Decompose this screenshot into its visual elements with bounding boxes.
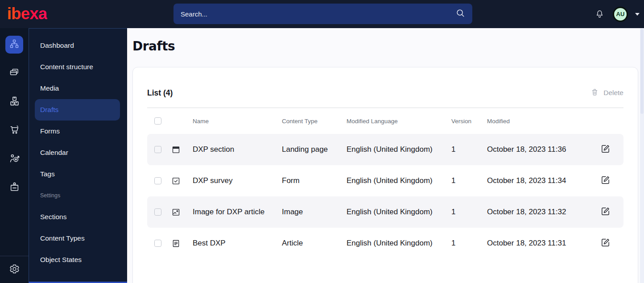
page-title: Drafts [132,39,175,54]
table-row[interactable]: DXP survey Form English (United Kingdom)… [147,165,623,196]
top-bar: ibexa AU [0,0,644,28]
column-header-version: Version [451,118,487,125]
user-menu-chevron-down-icon[interactable] [635,13,640,16]
row-modified: October 18, 2023 11:36 [487,145,600,154]
edit-icon [600,206,611,218]
sidebar-item-content-types[interactable]: Content Types [35,228,120,249]
table-header-row: Name Content Type Modified Language Vers… [147,108,623,134]
boxes-icon [9,96,20,108]
row-checkbox[interactable] [154,146,161,153]
edit-button[interactable] [600,237,623,249]
image-icon [171,208,193,217]
rail-footer [0,256,29,283]
row-name[interactable]: DXP section [193,145,282,154]
column-header-modified: Modified [487,118,600,125]
row-modified: October 18, 2023 11:31 [487,239,600,248]
sidebar-menu: Dashboard Content structure Media Drafts… [29,28,127,283]
row-name[interactable]: Best DXP [193,239,282,248]
landing-page-icon [171,145,193,154]
edit-icon [600,237,611,249]
form-icon [171,176,193,186]
row-language: English (United Kingdom) [347,208,451,216]
row-checkbox[interactable] [154,177,161,184]
edit-button[interactable] [600,144,623,155]
vertical-scrollbar[interactable] [640,28,644,283]
main-content: Drafts List (4) Delete Name Content Type… [127,28,644,283]
sidebar-item-sections[interactable]: Sections [35,206,120,228]
site-hierarchy-icon [9,38,20,51]
delete-button-label: Delete [603,89,623,97]
module-icon-rail [0,28,29,283]
edit-button[interactable] [600,206,623,218]
rail-item-commerce[interactable] [5,121,23,139]
row-checkbox[interactable] [154,240,161,247]
table-row[interactable]: DXP section Landing page English (United… [147,134,623,165]
list-title: List (4) [147,88,173,98]
row-version: 1 [451,145,487,154]
rail-item-content-structure[interactable] [5,36,23,54]
rail-item-personalization[interactable] [5,150,23,168]
sidebar-settings-header: Settings [29,185,127,206]
delete-button[interactable]: Delete [590,88,623,98]
sidebar-item-calendar[interactable]: Calendar [35,142,120,163]
sidebar-item-dashboard[interactable]: Dashboard [35,35,120,56]
sidebar-item-drafts[interactable]: Drafts [35,99,120,121]
row-language: English (United Kingdom) [347,239,451,248]
badge-person-icon [9,181,20,194]
row-version: 1 [451,176,487,185]
edit-icon [600,144,611,155]
row-modified: October 18, 2023 11:34 [487,176,600,185]
row-version: 1 [451,239,487,248]
select-all-checkbox[interactable] [154,117,161,125]
edit-icon [600,175,611,187]
row-content-type: Image [282,208,347,216]
row-language: English (United Kingdom) [347,145,451,154]
column-header-content-type: Content Type [282,118,347,125]
global-search[interactable] [173,4,472,24]
rail-item-corporate-account[interactable] [5,179,23,196]
sidebar-item-forms[interactable]: Forms [35,121,120,142]
settings-gear-icon[interactable] [9,263,20,276]
edit-button[interactable] [600,175,623,187]
rail-item-pages[interactable] [5,64,23,82]
drafts-list-card: List (4) Delete Name Content Type Modifi… [132,67,638,283]
trash-icon [590,88,599,98]
target-person-icon [9,153,20,166]
row-content-type: Landing page [282,145,347,154]
row-name[interactable]: DXP survey [193,176,282,185]
sidebar-item-tags[interactable]: Tags [35,163,120,185]
row-modified: October 18, 2023 11:32 [487,208,600,216]
row-version: 1 [451,208,487,216]
user-avatar[interactable]: AU [613,7,628,22]
article-icon [171,239,193,248]
sidebar-item-content-structure[interactable]: Content structure [35,56,120,78]
row-language: English (United Kingdom) [347,176,451,185]
column-header-name: Name [193,118,282,125]
table-row[interactable]: Image for DXP article Image English (Uni… [147,196,623,228]
notifications-bell-icon[interactable] [593,8,606,21]
shopping-cart-icon [9,124,20,137]
sidebar-item-object-states[interactable]: Object States [35,249,120,271]
sidebar-item-media[interactable]: Media [35,78,120,99]
search-input[interactable] [181,10,455,18]
rail-item-product-catalog[interactable] [5,93,23,111]
row-content-type: Article [282,239,347,248]
ibexa-logo: ibexa [7,4,47,23]
scrollbar-thumb[interactable] [640,29,644,114]
column-header-modified-language: Modified Language [347,118,451,125]
row-checkbox[interactable] [154,208,161,216]
table-row[interactable]: Best DXP Article English (United Kingdom… [147,228,623,259]
pages-icon [9,67,20,79]
search-icon[interactable] [455,8,465,20]
row-content-type: Form [282,176,347,185]
row-name[interactable]: Image for DXP article [193,208,282,216]
